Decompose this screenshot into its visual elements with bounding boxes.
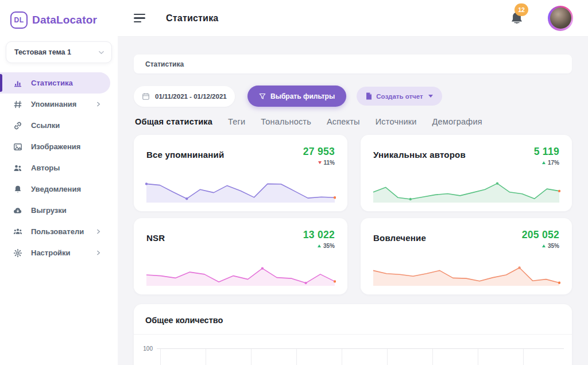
stat-cards-row-2: NSR 13 022 35% Вовлечение 205 052 35% [134,218,572,294]
stat-card-title: Вовлечение [373,233,426,243]
stat-cards-row-1: Все упомнинаний 27 953 11% Уникальных ав… [134,135,572,211]
sidebar-item-label: Статистика [31,79,73,87]
sidebar-item-statistics[interactable]: Статистика [0,72,110,94]
content: Статистика 01/11/2021 - 01/12/2021 Выбра… [118,37,588,365]
sidebar-item-images[interactable]: Изображения [0,136,110,157]
notification-badge: 12 [514,3,528,16]
report-icon [366,92,372,100]
stat-card-value: 205 052 [522,229,559,241]
brand-logo: DL DataLocator [0,0,118,39]
sidebar-item-notifications[interactable]: Уведомления [0,178,110,200]
chart-title: Общее количество [145,316,223,325]
gear-icon [13,248,22,258]
hash-icon [13,99,22,109]
select-filters-button[interactable]: Выбрать фильтры [247,86,346,107]
sparkline-chart [372,173,560,205]
chevron-down-icon [98,49,105,56]
date-range-input[interactable]: 01/11/2021 - 01/12/2021 [134,86,235,107]
sidebar-item-label: Пользователи [31,227,84,236]
sidebar-item-label: Упоминания [31,100,76,108]
page-title: Статистика [166,13,218,24]
avatar-photo [550,7,571,29]
stat-card-title: Уникальных авторов [373,150,466,160]
sparkline-chart [372,257,560,289]
stat-card-change: 35% [548,243,559,249]
stat-card-change: 17% [548,160,559,166]
create-report-button[interactable]: Создать отчет [357,87,442,106]
tab-aspects[interactable]: Аспекты [327,117,360,126]
calendar-icon [142,92,150,100]
main-area: Статистика 12 Статистика 01/11/2021 - 01… [118,0,588,365]
menu-icon[interactable] [134,14,145,22]
chevron-right-icon [96,229,101,234]
stat-card-unique-authors: Уникальных авторов 5 119 17% [361,135,572,211]
stat-card-engagement: Вовлечение 205 052 35% [361,218,572,294]
stat-card-change: 35% [323,243,335,249]
total-count-chart: 100 [134,335,572,365]
image-icon [13,142,22,152]
date-range-value: 01/11/2021 - 01/12/2021 [155,93,227,100]
top-bar: Статистика 12 [118,0,588,37]
trend-up-icon [542,244,546,247]
sidebar: DL DataLocator Тестовая тема 1 Статистик… [0,0,118,365]
breadcrumb-label: Статистика [145,60,184,68]
trend-up-icon [542,161,546,164]
funnel-icon [259,93,266,100]
sparkline-chart [145,257,336,289]
sidebar-item-users[interactable]: Пользователи [0,221,110,242]
chevron-right-icon [96,250,101,255]
sidebar-item-label: Настройки [31,248,71,257]
stat-card-value: 5 119 [534,146,559,158]
users-group-icon [13,227,22,236]
sidebar-nav: Статистика Упоминания Ссылки Изображения [0,72,118,263]
topic-selector[interactable]: Тестовая тема 1 [6,41,112,63]
sidebar-item-authors[interactable]: Авторы [0,157,110,178]
sidebar-item-label: Выгрузки [31,206,67,215]
sidebar-item-label: Ссылки [31,121,60,130]
topic-selector-value: Тестовая тема 1 [14,48,71,56]
stat-card-title: NSR [146,233,165,243]
sidebar-item-label: Уведомления [31,185,81,193]
sparkline-chart [145,173,336,205]
bar-chart-icon [13,78,22,88]
tab-tags[interactable]: Теги [228,117,245,126]
tab-sources[interactable]: Источники [376,117,417,126]
bell-icon [13,184,22,194]
stat-card-mentions: Все упомнинаний 27 953 11% [134,135,347,211]
cloud-download-icon [13,205,22,215]
stat-card-change: 11% [324,160,335,166]
logo-text: DataLocator [32,14,97,26]
breadcrumb: Статистика [134,55,572,73]
stat-card-value: 27 953 [303,146,335,158]
chart-grid [157,348,564,365]
tab-demography[interactable]: Демография [432,117,482,126]
y-axis-tick: 100 [140,345,157,365]
stat-card-nsr: NSR 13 022 35% [134,218,347,294]
filter-row: 01/11/2021 - 01/12/2021 Выбрать фильтры … [134,86,572,107]
caret-down-icon [428,95,433,98]
select-filters-label: Выбрать фильтры [270,92,335,100]
sidebar-item-exports[interactable]: Выгрузки [0,200,110,221]
sidebar-item-links[interactable]: Ссылки [0,115,110,136]
tab-sentiment[interactable]: Тональность [261,117,311,126]
sidebar-item-settings[interactable]: Настройки [0,242,110,263]
stat-card-title: Все упомнинаний [146,150,224,160]
sidebar-item-label: Авторы [31,164,60,172]
stat-card-value: 13 022 [303,229,335,241]
sidebar-item-mentions[interactable]: Упоминания [0,94,110,115]
tabs: Общая статистика Теги Тональность Аспект… [135,117,572,126]
create-report-label: Создать отчет [376,93,423,100]
link-icon [13,121,22,130]
sidebar-item-label: Изображения [31,142,80,151]
tab-general-statistics[interactable]: Общая статистика [135,117,212,126]
logo-badge-icon: DL [10,11,28,29]
chevron-right-icon [96,102,101,107]
avatar[interactable] [548,6,573,31]
total-count-chart-card: Общее количество 100 [134,304,572,365]
notifications-button[interactable]: 12 [510,11,524,26]
trend-up-icon [318,244,321,247]
trend-down-icon [318,161,322,164]
users-icon [13,163,22,173]
